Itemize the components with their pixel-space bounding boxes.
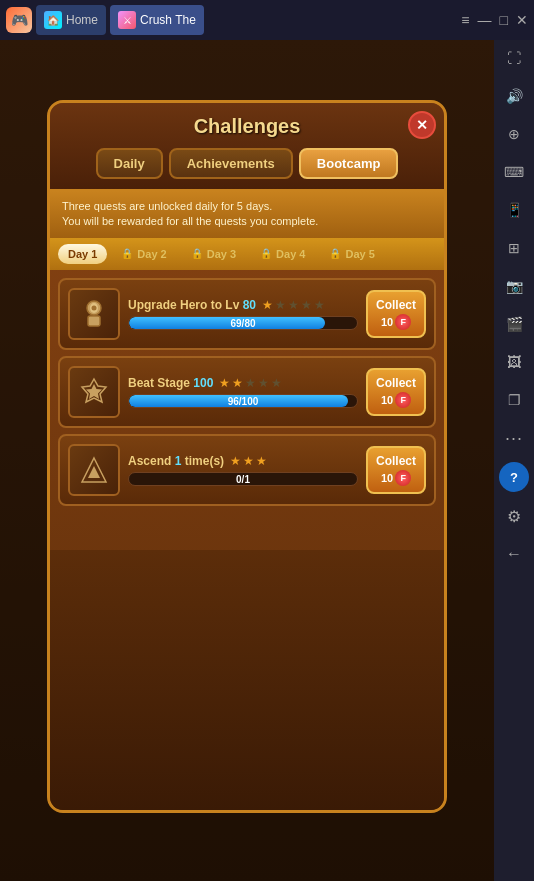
home-tab[interactable]: 🏠 Home — [36, 5, 106, 35]
quest1-collect-button[interactable]: Collect 10 F — [366, 290, 426, 338]
quest2-reward: 10 F — [372, 392, 420, 408]
back-button[interactable]: ← — [496, 536, 532, 572]
quest2-collect-label: Collect — [372, 376, 420, 390]
day4-lock-icon: 🔒 — [260, 248, 272, 259]
quest3-reward: 10 F — [372, 470, 420, 486]
layers-button[interactable]: ❐ — [496, 382, 532, 418]
tab-bootcamp[interactable]: Bootcamp — [299, 148, 399, 179]
quest3-title-row: Ascend 1 time(s) ★ ★ ★ — [128, 454, 358, 468]
quest-item-3: Ascend 1 time(s) ★ ★ ★ 0/1 — [58, 434, 436, 506]
quest2-title: Beat Stage 100 — [128, 376, 213, 390]
game-tab-label: Crush The — [140, 13, 196, 27]
quest1-title: Upgrade Hero to Lv 80 — [128, 298, 256, 312]
app-logo: 🎮 — [6, 7, 32, 33]
quest1-progress-text: 69/80 — [129, 317, 357, 330]
home-tab-icon: 🏠 — [44, 11, 62, 29]
quest3-collect-button[interactable]: Collect 10 F — [366, 446, 426, 494]
quest3-progress-text: 0/1 — [129, 473, 357, 486]
star2: ★ — [275, 298, 286, 312]
day2-lock-icon: 🔒 — [121, 248, 133, 259]
day3-label: Day 3 — [207, 248, 236, 260]
star5: ★ — [314, 298, 325, 312]
help-button[interactable]: ? — [499, 462, 529, 492]
svg-rect-2 — [88, 316, 100, 326]
quest2-title-row: Beat Stage 100 ★ ★ ★ ★ ★ — [128, 376, 358, 390]
gallery-button[interactable]: 🖼 — [496, 344, 532, 380]
day-tab-5[interactable]: 🔒 Day 5 — [319, 244, 384, 264]
quest1-title-row: Upgrade Hero to Lv 80 ★ ★ ★ ★ ★ — [128, 298, 358, 312]
game-tab[interactable]: ⚔ Crush The — [110, 5, 204, 35]
keyboard-button[interactable]: ⌨ — [496, 154, 532, 190]
star4: ★ — [258, 376, 269, 390]
info-text: Three quests are unlocked daily for 5 da… — [50, 191, 444, 238]
game-tab-icon: ⚔ — [118, 11, 136, 29]
quest3-title: Ascend 1 time(s) — [128, 454, 224, 468]
expand-button[interactable]: ⛶ — [496, 40, 532, 76]
quest3-progress-bar: 0/1 — [128, 472, 358, 486]
menu-icon[interactable]: ≡ — [461, 12, 469, 28]
home-tab-label: Home — [66, 13, 98, 27]
quest1-stars: ★ ★ ★ ★ ★ — [262, 298, 325, 312]
mobile-button[interactable]: 📱 — [496, 192, 532, 228]
quest2-reward-num: 10 — [381, 394, 393, 406]
tab-daily[interactable]: Daily — [96, 148, 163, 179]
day2-label: Day 2 — [137, 248, 166, 260]
day3-lock-icon: 🔒 — [191, 248, 203, 259]
quest1-info: Upgrade Hero to Lv 80 ★ ★ ★ ★ ★ — [128, 298, 358, 330]
minimize-icon[interactable]: — — [478, 12, 492, 28]
quest1-progress-bar: 69/80 — [128, 316, 358, 330]
quest2-progress-bar: 96/100 — [128, 394, 358, 408]
star2: ★ — [243, 454, 254, 468]
day-tab-4[interactable]: 🔒 Day 4 — [250, 244, 315, 264]
quest-item-2: Beat Stage 100 ★ ★ ★ ★ ★ — [58, 356, 436, 428]
more-button[interactable]: ··· — [496, 420, 532, 456]
modal-bottom-area — [50, 550, 444, 810]
volume-button[interactable]: 🔊 — [496, 78, 532, 114]
record-button[interactable]: 🎬 — [496, 306, 532, 342]
star1: ★ — [262, 298, 273, 312]
close-window-icon[interactable]: ✕ — [516, 12, 528, 28]
star5: ★ — [271, 376, 282, 390]
info-line2: You will be rewarded for all the quests … — [62, 214, 432, 229]
quest2-progress-text: 96/100 — [129, 395, 357, 408]
right-sidebar: ⛶ 🔊 ⊕ ⌨ 📱 ⊞ 📷 🎬 🖼 ❐ ··· ? ⚙ ← — [494, 0, 534, 881]
quest1-reward: 10 F — [372, 314, 420, 330]
camera-button[interactable]: 📷 — [496, 268, 532, 304]
aim-button[interactable]: ⊕ — [496, 116, 532, 152]
quest-item-1: Upgrade Hero to Lv 80 ★ ★ ★ ★ ★ — [58, 278, 436, 350]
close-button[interactable]: ✕ — [408, 111, 436, 139]
quest1-reward-icon: F — [395, 314, 411, 330]
quest1-collect-label: Collect — [372, 298, 420, 312]
quest3-reward-icon: F — [395, 470, 411, 486]
info-line1: Three quests are unlocked daily for 5 da… — [62, 199, 432, 214]
quest2-icon — [68, 366, 120, 418]
quest2-reward-icon: F — [395, 392, 411, 408]
tab-row: Daily Achievements Bootcamp — [66, 148, 428, 179]
settings-button[interactable]: ⚙ — [496, 498, 532, 534]
quest2-stars: ★ ★ ★ ★ ★ — [219, 376, 282, 390]
maximize-icon[interactable]: □ — [500, 12, 508, 28]
quest2-collect-button[interactable]: Collect 10 F — [366, 368, 426, 416]
quest1-icon — [68, 288, 120, 340]
taskbar: 🎮 🏠 Home ⚔ Crush The ≡ — □ ✕ — [0, 0, 534, 40]
day-tab-1[interactable]: Day 1 — [58, 244, 107, 264]
quests-list: Upgrade Hero to Lv 80 ★ ★ ★ ★ ★ — [50, 270, 444, 550]
quest3-stars: ★ ★ ★ — [230, 454, 267, 468]
modal-header: ✕ Challenges Daily Achievements Bootcamp — [50, 103, 444, 191]
modal-overlay: ✕ Challenges Daily Achievements Bootcamp… — [0, 40, 494, 881]
day1-label: Day 1 — [68, 248, 97, 260]
day-tab-3[interactable]: 🔒 Day 3 — [181, 244, 246, 264]
star4: ★ — [301, 298, 312, 312]
quest2-info: Beat Stage 100 ★ ★ ★ ★ ★ — [128, 376, 358, 408]
window-controls: ≡ — □ ✕ — [461, 12, 528, 28]
quest3-info: Ascend 1 time(s) ★ ★ ★ 0/1 — [128, 454, 358, 486]
star1: ★ — [219, 376, 230, 390]
tab-achievements[interactable]: Achievements — [169, 148, 293, 179]
star2: ★ — [232, 376, 243, 390]
grid-button[interactable]: ⊞ — [496, 230, 532, 266]
game-area: ✕ Challenges Daily Achievements Bootcamp… — [0, 40, 494, 881]
quest1-reward-num: 10 — [381, 316, 393, 328]
day5-lock-icon: 🔒 — [329, 248, 341, 259]
day-tab-2[interactable]: 🔒 Day 2 — [111, 244, 176, 264]
modal-title: Challenges — [66, 115, 428, 138]
